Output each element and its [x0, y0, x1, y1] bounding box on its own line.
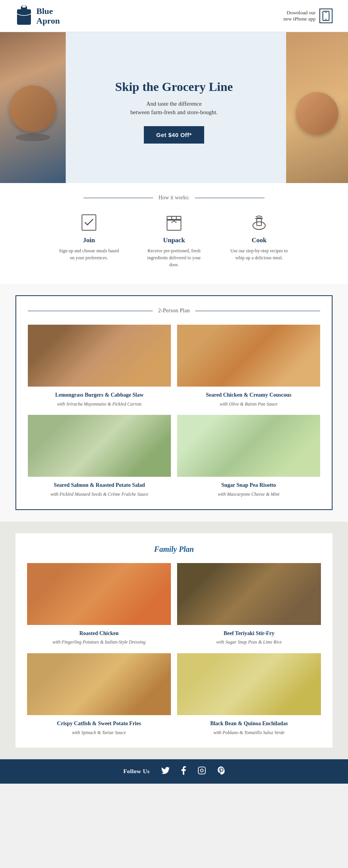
meal-image-1: [28, 325, 171, 387]
family-plan-section: Family Plan Roasted Chicken with Fingerl…: [0, 522, 348, 759]
meal-detail-3: with Pickled Mustard Seeds & Crème Fraîc…: [50, 491, 148, 498]
meal-name-3: Seared Salmon & Roasted Potato Salad: [54, 481, 145, 489]
family-meal-detail-2: with Sugar Snap Peas & Lime Rice: [216, 639, 281, 645]
svg-rect-0: [17, 9, 31, 25]
meal-detail-1: with Sriracha Mayonnaise & Pickled Carro…: [57, 401, 142, 407]
instagram-icon[interactable]: [198, 766, 206, 777]
family-meal-name-1: Roasted Chicken: [79, 630, 119, 637]
hero-cta-button[interactable]: Get $40 Off*: [144, 126, 204, 144]
join-step-title: Join: [83, 236, 95, 244]
logo-area: Blue Apron: [15, 5, 60, 26]
unpack-step-desc: Receive pre-portioned, fresh ingredients…: [143, 247, 205, 268]
family-meal-name-2: Beef Teriyaki Stir-Fry: [223, 630, 275, 637]
family-plan-title: Family Plan: [27, 545, 321, 554]
family-meal-grid: Roasted Chicken with Fingerling Potatoes…: [27, 563, 321, 736]
twitter-icon[interactable]: [161, 767, 170, 776]
hiw-steps: Join Sign up and choose meals based on y…: [15, 212, 333, 268]
hero-title: Skip the Grocery Line: [115, 80, 233, 94]
family-meal-name-3: Crispy Catfish & Sweet Potato Fries: [57, 720, 141, 728]
meal-name-4: Sugar Snap Pea Risotto: [222, 481, 276, 489]
meal-name-1: Lemongrass Burgers & Cabbage Slaw: [55, 391, 144, 399]
family-meal-detail-1: with Fingerling Potatoes & Italian-Style…: [53, 639, 146, 645]
follow-us-label: Follow Us: [123, 768, 150, 775]
unpack-step-title: Unpack: [163, 236, 185, 244]
meal-card-3: Seared Salmon & Roasted Potato Salad wit…: [28, 415, 171, 497]
pinterest-icon[interactable]: [218, 766, 225, 777]
site-header: Blue Apron Download our new iPhone app: [0, 0, 348, 32]
hiw-section-title: How it works:: [15, 195, 333, 201]
logo-apron-icon: [15, 5, 32, 26]
meal-name-2: Seared Chicken & Creamy Couscous: [206, 391, 291, 399]
family-meal-detail-3: with Spinach & Tartar Sauce: [72, 729, 126, 736]
unpack-icon: [164, 212, 184, 233]
meal-card-1: Lemongrass Burgers & Cabbage Slaw with S…: [28, 325, 171, 407]
how-it-works-section: How it works: Join Sign up and choose me…: [0, 183, 348, 284]
two-person-plan-title-bar: 2-Person Plan: [28, 308, 320, 314]
meal-image-2: [177, 325, 320, 387]
phone-icon[interactable]: [319, 9, 333, 23]
family-meal-card-3: Crispy Catfish & Sweet Potato Fries with…: [27, 653, 171, 736]
svg-rect-6: [82, 215, 96, 230]
family-meal-image-2: [177, 563, 321, 625]
family-meal-name-4: Black Bean & Quinoa Enchiladas: [210, 720, 288, 728]
family-meal-image-1: [27, 563, 171, 625]
svg-rect-2: [22, 5, 26, 8]
cook-step-title: Cook: [252, 236, 267, 244]
two-person-plan-section: 2-Person Plan Lemongrass Burgers & Cabba…: [0, 284, 348, 522]
cook-icon: [249, 212, 269, 233]
meal-detail-2: with Olive & Raisin Pan Sauce: [220, 401, 278, 407]
meal-card-4: Sugar Snap Pea Risotto with Mascarpone C…: [177, 415, 320, 497]
facebook-icon[interactable]: [181, 766, 186, 777]
meal-card-2: Seared Chicken & Creamy Couscous with Ol…: [177, 325, 320, 407]
brand-name: Blue Apron: [36, 6, 60, 26]
family-meal-detail-4: with Poblano & Tomatillo Salsa Verde: [213, 729, 285, 736]
two-person-plan-title: 2-Person Plan: [158, 308, 190, 314]
hiw-step-join: Join Sign up and choose meals based on y…: [58, 212, 120, 268]
meal-detail-4: with Mascarpone Cheese & Mint: [218, 491, 279, 498]
svg-rect-4: [325, 12, 327, 13]
svg-point-5: [326, 19, 327, 20]
cook-step-desc: Use our step-by-step recipes to whip up …: [228, 247, 290, 261]
download-text: Download our new iPhone app: [283, 10, 316, 22]
family-meal-image-4: [177, 653, 321, 715]
meal-image-4: [177, 415, 320, 477]
family-meal-image-3: [27, 653, 171, 715]
family-meal-card-2: Beef Teriyaki Stir-Fry with Sugar Snap P…: [177, 563, 321, 645]
two-person-meal-grid: Lemongrass Burgers & Cabbage Slaw with S…: [28, 325, 320, 498]
join-step-desc: Sign up and choose meals based on your p…: [58, 247, 120, 261]
hero-subtitle: And taste the difference between farm-fr…: [115, 99, 233, 117]
family-meal-card-1: Roasted Chicken with Fingerling Potatoes…: [27, 563, 171, 645]
hero-right-image: [286, 32, 348, 183]
hiw-step-cook: Cook Use our step-by-step recipes to whi…: [228, 212, 290, 268]
family-plan-box: Family Plan Roasted Chicken with Fingerl…: [15, 533, 333, 748]
header-right: Download our new iPhone app: [283, 9, 333, 23]
join-icon: [79, 212, 99, 233]
family-meal-card-4: Black Bean & Quinoa Enchiladas with Pobl…: [177, 653, 321, 736]
hero-section: Skip the Grocery Line And taste the diff…: [0, 32, 348, 183]
hero-left-image: [0, 32, 66, 183]
hiw-step-unpack: Unpack Receive pre-portioned, fresh ingr…: [143, 212, 205, 268]
site-footer: Follow Us: [0, 759, 348, 784]
meal-image-3: [28, 415, 171, 477]
two-person-plan-box: 2-Person Plan Lemongrass Burgers & Cabba…: [15, 295, 333, 510]
hero-content: Skip the Grocery Line And taste the diff…: [115, 80, 233, 144]
svg-rect-14: [198, 767, 205, 774]
